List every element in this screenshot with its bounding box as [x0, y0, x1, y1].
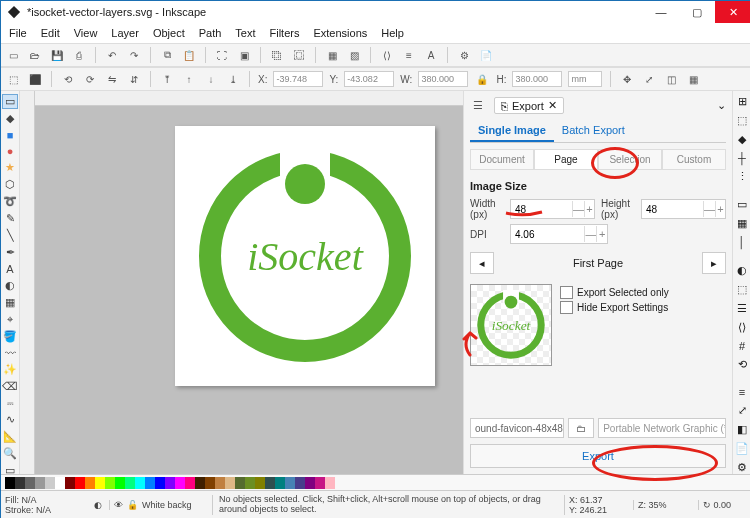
swatch[interactable] [175, 477, 185, 489]
selector-tool[interactable]: ▭ [3, 95, 17, 108]
swatch[interactable] [245, 477, 255, 489]
transform-scale-icon[interactable]: ⤢ [641, 71, 657, 87]
menu-path[interactable]: Path [193, 25, 228, 41]
connector-tool[interactable]: ⎓ [3, 397, 17, 409]
maximize-button[interactable]: ▢ [679, 1, 715, 23]
paste-icon[interactable]: 📋 [181, 47, 197, 63]
paintbucket-tool[interactable]: 🪣 [3, 330, 17, 343]
swatch[interactable] [55, 477, 65, 489]
menu-layer[interactable]: Layer [105, 25, 145, 41]
mesh-tool[interactable]: ▦ [3, 296, 17, 309]
next-page-button[interactable]: ▸ [702, 252, 726, 274]
swatch[interactable] [235, 477, 245, 489]
snap-grid-icon[interactable]: ▦ [737, 217, 747, 230]
swatch[interactable] [85, 477, 95, 489]
layer-selector[interactable]: White backg [142, 500, 192, 510]
layer-lock-icon[interactable]: 🔓 [127, 500, 138, 510]
preferences-icon[interactable]: ⚙ [737, 461, 747, 474]
flip-v-icon[interactable]: ⇵ [126, 71, 142, 87]
swatch[interactable] [165, 477, 175, 489]
snap-bbox-icon[interactable]: ⬚ [737, 114, 747, 127]
swatch[interactable] [135, 477, 145, 489]
menu-object[interactable]: Object [147, 25, 191, 41]
minimize-button[interactable]: ― [643, 1, 679, 23]
filename-field[interactable]: ound-favicon-48x48.png [470, 418, 564, 438]
3dbox-tool[interactable]: ⬡ [3, 178, 17, 191]
subtab-page[interactable]: Page [534, 149, 598, 170]
y-field[interactable]: -43.082 [344, 71, 394, 87]
menu-help[interactable]: Help [375, 25, 410, 41]
gradient-tool[interactable]: ◐ [3, 279, 17, 292]
bezier-tool[interactable]: ╲ [3, 229, 17, 242]
lpe-tool[interactable]: ∿ [3, 413, 17, 426]
swatch[interactable] [315, 477, 325, 489]
group-icon[interactable]: ▦ [324, 47, 340, 63]
swatch[interactable] [225, 477, 235, 489]
swatch[interactable] [105, 477, 115, 489]
rotate-ccw-icon[interactable]: ⟲ [60, 71, 76, 87]
doc-properties-icon[interactable]: 📄 [735, 442, 749, 455]
height-field[interactable]: ―+ [641, 199, 726, 219]
redo-icon[interactable]: ↷ [126, 47, 142, 63]
raise-top-icon[interactable]: ⤒ [159, 71, 175, 87]
swatch[interactable] [65, 477, 75, 489]
menu-extensions[interactable]: Extensions [307, 25, 373, 41]
transform-corners-icon[interactable]: ◫ [663, 71, 679, 87]
snap-node-icon[interactable]: ◆ [738, 133, 746, 146]
pencil-tool[interactable]: ✎ [3, 212, 17, 225]
duplicate-icon[interactable]: ⿻ [269, 47, 285, 63]
open-icon[interactable]: 🗁 [27, 47, 43, 63]
dpi-field[interactable]: ―+ [510, 224, 608, 244]
menu-file[interactable]: File [3, 25, 33, 41]
spiral-tool[interactable]: ➰ [3, 195, 17, 208]
spray-tool[interactable]: ✨ [3, 363, 17, 376]
menu-edit[interactable]: Edit [35, 25, 66, 41]
swatch[interactable] [45, 477, 55, 489]
ungroup-icon[interactable]: ▨ [346, 47, 362, 63]
w-field[interactable]: 380.000 [418, 71, 468, 87]
swatch[interactable] [75, 477, 85, 489]
rotate-cw-icon[interactable]: ⟳ [82, 71, 98, 87]
rotation-field[interactable]: ↻ 0.00 [698, 500, 750, 510]
snap-page-icon[interactable]: ▭ [737, 198, 747, 211]
new-icon[interactable]: ▭ [5, 47, 21, 63]
dock-chevron-icon[interactable]: ⌄ [717, 99, 726, 112]
snap-toggle-icon[interactable]: ⊞ [738, 95, 747, 108]
swatch[interactable] [275, 477, 285, 489]
dropper-tool[interactable]: ⌖ [3, 313, 17, 326]
transform-pattern-icon[interactable]: ▦ [685, 71, 701, 87]
export-button[interactable]: Export [470, 444, 726, 468]
subtab-custom[interactable]: Custom [662, 149, 726, 170]
opacity-indicator[interactable]: ◐ [87, 500, 109, 510]
measure-tool[interactable]: 📐 [3, 430, 17, 443]
undo-icon[interactable]: ↶ [104, 47, 120, 63]
eraser-tool[interactable]: ⌫ [3, 380, 17, 393]
save-icon[interactable]: 💾 [49, 47, 65, 63]
object-props-icon[interactable]: ⬚ [737, 283, 747, 296]
swatch[interactable] [185, 477, 195, 489]
lower-bottom-icon[interactable]: ⤓ [225, 71, 241, 87]
zoom-fit-icon[interactable]: ⛶ [214, 47, 230, 63]
swatch[interactable] [255, 477, 265, 489]
subtab-selection[interactable]: Selection [598, 149, 662, 170]
transform-move-icon[interactable]: ✥ [619, 71, 635, 87]
selectors-icon[interactable]: # [739, 340, 745, 352]
browse-button[interactable]: 🗀 [568, 418, 594, 438]
tweak-tool[interactable]: 〰 [3, 347, 17, 359]
lower-icon[interactable]: ↓ [203, 71, 219, 87]
color-palette[interactable] [1, 474, 750, 490]
zoom-tool[interactable]: 🔍 [3, 447, 17, 460]
tab-batch-export[interactable]: Batch Export [554, 120, 633, 142]
swatch[interactable] [205, 477, 215, 489]
h-field[interactable]: 380.000 [512, 71, 562, 87]
swatch[interactable] [325, 477, 335, 489]
swatch[interactable] [145, 477, 155, 489]
snap-align-icon[interactable]: ┼ [738, 152, 746, 164]
canvas[interactable]: iSocket [35, 106, 463, 474]
swatch[interactable] [155, 477, 165, 489]
zoom-field[interactable]: Z: 35% [633, 500, 698, 510]
select-all-icon[interactable]: ⬚ [5, 71, 21, 87]
layers-icon[interactable]: ☰ [737, 302, 747, 315]
star-tool[interactable]: ★ [3, 161, 17, 174]
swatch[interactable] [5, 477, 15, 489]
